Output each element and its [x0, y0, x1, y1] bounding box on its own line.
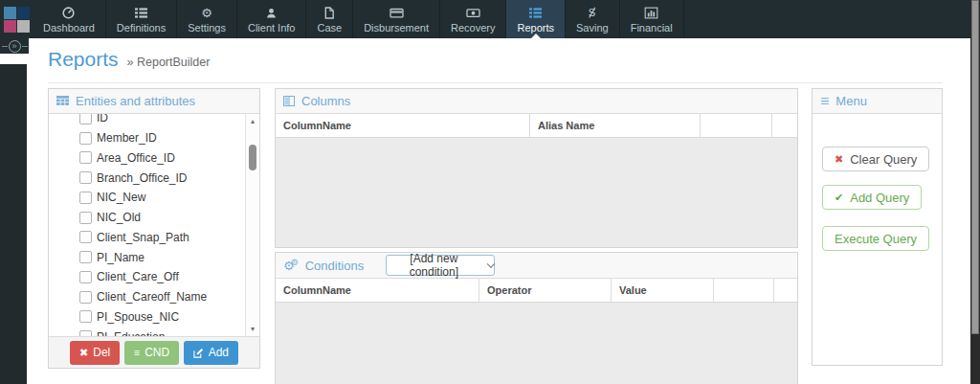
x-icon: ✖ [835, 154, 843, 165]
nav-label: Financial [631, 22, 673, 34]
attribute-label: Area_Office_ID [97, 151, 175, 165]
nav-label: Saving [576, 22, 609, 34]
attribute-row[interactable]: PI_Education [79, 327, 245, 336]
del-button[interactable]: ✖ Del [70, 341, 120, 365]
table-icon [56, 96, 69, 106]
attribute-list: ID Member_ID Area_Office_ID Branch_Offic… [49, 114, 245, 336]
list-scrollbar-thumb[interactable] [249, 145, 256, 170]
nav-item-definitions[interactable]: Definitions [106, 0, 177, 38]
checkbox[interactable] [79, 114, 92, 124]
checkbox[interactable] [79, 171, 92, 184]
attribute-row[interactable]: Client_Snap_Path [79, 228, 245, 248]
checkbox[interactable] [79, 271, 92, 283]
checkbox[interactable] [79, 192, 92, 204]
columns-grid-body [276, 138, 797, 247]
heading-divider [48, 82, 943, 83]
app-logo[interactable] [0, 0, 33, 38]
nav-item-saving[interactable]: S Saving [566, 0, 620, 38]
checkbox[interactable] [79, 151, 92, 164]
top-navbar: Dashboard Definitions ⚙ Settings Client … [0, 0, 980, 38]
attribute-label: ID [97, 114, 108, 124]
attribute-row[interactable]: NIC_New [79, 188, 245, 208]
attribute-row[interactable]: Member_ID [79, 128, 245, 148]
conditions-panel-header: ⚙⚙ Conditions [Add new condition] [276, 253, 797, 279]
cnd-button[interactable]: ≡ CND [124, 341, 179, 365]
page-scrollbar-thumb[interactable] [971, 0, 979, 334]
nav-item-disbursement[interactable]: Disbursement [353, 0, 440, 38]
nav-item-dashboard[interactable]: Dashboard [33, 0, 106, 38]
attribute-row[interactable]: Area_Office_ID [79, 148, 245, 169]
nav-label: Recovery [451, 22, 495, 34]
grid-header-aliasname: Alias Name [530, 114, 701, 137]
checkbox[interactable] [79, 231, 92, 243]
execute-query-label: Execute Query [835, 232, 917, 246]
attribute-row[interactable]: NIC_Old [79, 208, 245, 228]
columns-grid-header: ColumnName Alias Name [276, 114, 797, 138]
report-builder-screen: Dashboard Definitions ⚙ Settings Client … [0, 0, 980, 384]
attribute-row[interactable]: Client_Careoff_Name [79, 287, 245, 307]
attribute-label: Client_Careoff_Name [97, 290, 207, 304]
nav-item-reports[interactable]: Reports [506, 0, 566, 38]
check-icon: ✔ [835, 192, 843, 203]
conditions-grid-header: ColumnName Operator Value [276, 279, 797, 303]
menu-body: ✖ Clear Query ✔ Add Query Execute Query [813, 114, 942, 365]
columns-icon [283, 96, 295, 106]
x-icon: ✖ [79, 348, 88, 358]
double-angle-icon: » [9, 40, 21, 53]
execute-query-button[interactable]: Execute Query [822, 226, 929, 251]
grid-header-empty [714, 279, 774, 302]
list-icon [134, 6, 148, 20]
clear-query-button[interactable]: ✖ Clear Query [822, 147, 929, 171]
checkbox[interactable] [79, 291, 92, 304]
attribute-row[interactable]: Branch_Office_ID [79, 168, 245, 188]
attribute-row[interactable]: PI_Name [79, 247, 245, 267]
bar-chart-icon [644, 6, 658, 20]
dropdown-label: [Add new condition] [387, 252, 480, 279]
grid-header-gutter [772, 114, 797, 137]
panel-title: Entities and attributes [76, 94, 195, 108]
add-query-label: Add Query [850, 191, 909, 205]
menu-panel: ≡ Menu ✖ Clear Query ✔ Add Query Execute… [812, 88, 943, 366]
conditions-grid-body [276, 303, 797, 384]
checkbox[interactable] [79, 212, 92, 224]
chevron-down-icon [487, 260, 495, 267]
checkbox[interactable] [79, 251, 92, 263]
nav-item-financial[interactable]: Financial [620, 0, 684, 38]
attribute-row[interactable]: Client_Care_Off [79, 267, 245, 287]
checkbox[interactable] [79, 310, 92, 323]
cnd-button-label: CND [145, 346, 169, 359]
columns-panel: Columns ColumnName Alias Name [275, 88, 798, 248]
cog-icon: ⚙ [291, 258, 299, 267]
add-button[interactable]: Add [184, 341, 238, 365]
nav-item-settings[interactable]: ⚙ Settings [177, 0, 237, 38]
sidebar-toggle-button[interactable]: » [0, 38, 29, 54]
scroll-down-icon[interactable]: ▾ [246, 325, 259, 333]
nav-label: Settings [188, 22, 226, 34]
add-button-label: Add [209, 346, 229, 359]
nav-label: Disbursement [364, 22, 429, 34]
attribute-row[interactable]: PI_Spouse_NIC [79, 307, 245, 328]
nav-item-client-info[interactable]: Client Info [237, 0, 307, 38]
grid-header-empty [701, 114, 772, 137]
edit-pencil-icon [193, 348, 204, 358]
attribute-label: Client_Snap_Path [97, 231, 189, 244]
page-scrollbar[interactable] [970, 0, 980, 384]
breadcrumb: » ReportBuilder [127, 56, 211, 69]
nav-label: Case [317, 22, 342, 34]
attribute-label: NIC_New [97, 191, 145, 204]
checkbox[interactable] [79, 330, 92, 336]
checkbox[interactable] [79, 132, 92, 145]
add-new-condition-dropdown[interactable]: [Add new condition] [386, 255, 495, 276]
attribute-list-container: ID Member_ID Area_Office_ID Branch_Offic… [49, 114, 259, 336]
entities-panel-header: Entities and attributes [49, 89, 259, 114]
collapsed-sidebar [0, 64, 27, 384]
list-scrollbar: ▴ ▾ [245, 114, 259, 336]
scroll-up-icon[interactable]: ▴ [246, 117, 259, 125]
nav-item-case[interactable]: Case [306, 0, 353, 38]
nav-item-recovery[interactable]: Recovery [440, 0, 506, 38]
add-query-button[interactable]: ✔ Add Query [822, 185, 922, 210]
cogs-icon: ⚙⚙ [283, 259, 299, 273]
logo-squares [4, 7, 30, 33]
attribute-row[interactable]: ID [79, 114, 245, 128]
page-title: Reports [48, 48, 119, 71]
